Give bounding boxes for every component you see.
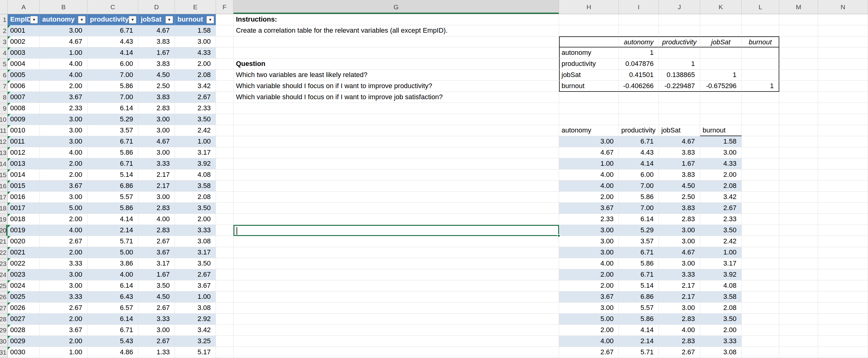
cell-B1[interactable]: autonomy▼ [40, 14, 88, 25]
cell-K12[interactable]: 1.58 [700, 136, 742, 147]
cell-N28[interactable] [818, 314, 868, 325]
cell-N20[interactable] [818, 225, 868, 236]
cell-N1[interactable] [818, 14, 868, 25]
column-header-E[interactable]: E [175, 0, 216, 14]
row-header-24[interactable]: 24 [0, 269, 8, 280]
cell-D25[interactable]: 3.50 [138, 280, 175, 292]
cell-L9[interactable] [742, 103, 779, 114]
cell-N5[interactable] [818, 59, 868, 70]
cell-M24[interactable] [779, 269, 818, 280]
cell-E20[interactable]: 3.33 [175, 225, 216, 236]
cell-F11[interactable] [216, 125, 234, 136]
cell-A7[interactable]: 0006 [8, 81, 40, 92]
cell-F24[interactable] [216, 269, 234, 280]
cell-M20[interactable] [779, 225, 818, 236]
cell-G11[interactable] [234, 125, 559, 136]
cell-L28[interactable] [742, 314, 779, 325]
cell-M30[interactable] [779, 336, 818, 347]
cell-C10[interactable]: 5.29 [88, 114, 138, 125]
cell-G23[interactable] [234, 258, 559, 269]
cell-A10[interactable]: 0009 [8, 114, 40, 125]
cell-G17[interactable] [234, 191, 559, 203]
cell-N6[interactable] [818, 70, 868, 81]
cell-K22[interactable]: 1.00 [700, 247, 742, 258]
cell-K31[interactable]: 3.08 [700, 347, 742, 358]
cell-H5[interactable]: productivity [559, 59, 619, 70]
cell-M13[interactable] [779, 147, 818, 158]
cell-J14[interactable]: 1.67 [659, 158, 700, 170]
cell-C8[interactable]: 7.00 [88, 92, 138, 103]
cell-J22[interactable]: 4.67 [659, 247, 700, 258]
cell-M9[interactable] [779, 103, 818, 114]
cell-D27[interactable]: 2.67 [138, 302, 175, 314]
column-header-B[interactable]: B [40, 0, 88, 14]
cell-H11[interactable]: autonomy [559, 125, 619, 136]
row-header-21[interactable]: 21 [0, 236, 8, 247]
cell-B12[interactable]: 3.00 [40, 136, 88, 147]
cell-F28[interactable] [216, 314, 234, 325]
cell-F8[interactable] [216, 92, 234, 103]
cell-I7[interactable]: -0.406266 [619, 81, 659, 92]
cell-L7[interactable]: 1 [742, 81, 779, 92]
cell-J25[interactable]: 2.17 [659, 280, 700, 292]
cell-K7[interactable]: -0.675296 [700, 81, 742, 92]
cell-C11[interactable]: 3.57 [88, 125, 138, 136]
cell-N23[interactable] [818, 258, 868, 269]
cell-F2[interactable] [216, 25, 234, 36]
cell-K20[interactable]: 3.50 [700, 225, 742, 236]
cell-M15[interactable] [779, 170, 818, 181]
cell-E12[interactable]: 1.00 [175, 136, 216, 147]
cell-K19[interactable]: 2.33 [700, 214, 742, 225]
cell-C29[interactable]: 6.71 [88, 325, 138, 336]
cell-J2[interactable] [659, 25, 700, 36]
cell-J27[interactable]: 3.00 [659, 302, 700, 314]
cell-D16[interactable]: 2.17 [138, 181, 175, 191]
cell-E31[interactable]: 5.17 [175, 347, 216, 358]
cell-A18[interactable]: 0017 [8, 203, 40, 214]
cell-E23[interactable]: 3.50 [175, 258, 216, 269]
cell-I22[interactable]: 6.71 [619, 247, 659, 258]
filter-button[interactable]: ▼ [78, 16, 86, 23]
cell-M23[interactable] [779, 258, 818, 269]
cell-I2[interactable] [619, 25, 659, 36]
cell-C6[interactable]: 7.00 [88, 70, 138, 81]
cell-G16[interactable] [234, 181, 559, 191]
cell-F5[interactable] [216, 59, 234, 70]
cell-L19[interactable] [742, 214, 779, 225]
cell-H15[interactable]: 4.00 [559, 170, 619, 181]
cell-C28[interactable]: 6.14 [88, 314, 138, 325]
cell-M2[interactable] [779, 25, 818, 36]
cell-L24[interactable] [742, 269, 779, 280]
cell-L3[interactable]: burnout [742, 36, 779, 48]
cell-M6[interactable] [779, 70, 818, 81]
cell-B23[interactable]: 3.33 [40, 258, 88, 269]
cell-H20[interactable]: 3.00 [559, 225, 619, 236]
cell-H27[interactable]: 3.00 [559, 302, 619, 314]
cell-E18[interactable]: 3.50 [175, 203, 216, 214]
cell-G12[interactable] [234, 136, 559, 147]
cell-I31[interactable]: 5.71 [619, 347, 659, 358]
row-header-6[interactable]: 6 [0, 70, 8, 81]
column-header-D[interactable]: D [138, 0, 175, 14]
cell-H21[interactable]: 3.00 [559, 236, 619, 247]
cell-N22[interactable] [818, 247, 868, 258]
cell-E16[interactable]: 3.58 [175, 181, 216, 191]
cell-F31[interactable] [216, 347, 234, 358]
cell-G22[interactable] [234, 247, 559, 258]
cell-M12[interactable] [779, 136, 818, 147]
cell-K8[interactable] [700, 92, 742, 103]
cell-F1[interactable] [216, 14, 234, 25]
cell-J28[interactable]: 2.83 [659, 314, 700, 325]
cell-A11[interactable]: 0010 [8, 125, 40, 136]
cell-A24[interactable]: 0023 [8, 269, 40, 280]
cell-N29[interactable] [818, 325, 868, 336]
cell-N19[interactable] [818, 214, 868, 225]
column-header-C[interactable]: C [88, 0, 138, 14]
cell-C2[interactable]: 6.71 [88, 25, 138, 36]
cell-F22[interactable] [216, 247, 234, 258]
cell-A4[interactable]: 0003 [8, 48, 40, 59]
cell-L15[interactable] [742, 170, 779, 181]
cell-M28[interactable] [779, 314, 818, 325]
cell-H12[interactable]: 3.00 [559, 136, 619, 147]
cell-H6[interactable]: jobSat [559, 70, 619, 81]
